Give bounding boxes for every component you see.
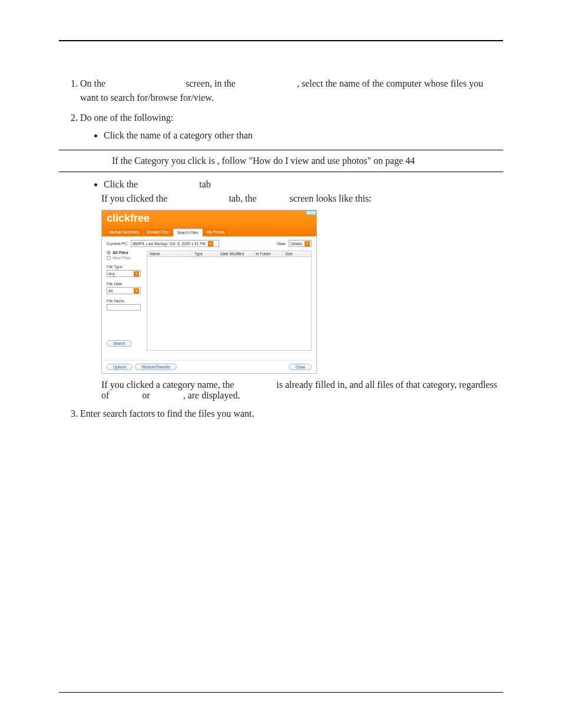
t: If you clicked the [101, 193, 167, 203]
results-header: Name Type Date Modified In Folder Size [147, 251, 311, 257]
app-body: Current PC: IBMP4, Last Backup: Oct. 8, … [102, 236, 316, 360]
restore-transfer-button[interactable]: Restore/Transfer [135, 364, 177, 370]
radio-new-label: New Files [113, 256, 131, 260]
blank: ______ [111, 390, 140, 400]
t: If you clicked a category name, the [101, 380, 234, 390]
instruction-list: On the ________________ screen, in the _… [59, 77, 503, 143]
view-value: Details [290, 242, 302, 246]
search-button[interactable]: Search [107, 340, 132, 347]
blank: ______ [259, 193, 287, 203]
file-date-select[interactable]: All ▾ [107, 287, 141, 294]
step2-intro: Do one of the following: [80, 113, 173, 123]
after-shot-text: If you clicked a category name, the ____… [101, 380, 503, 401]
blank: ____________ [170, 193, 226, 203]
t: Click the name of a category other than [104, 130, 253, 140]
app-header: clickfree Backup Summary Browse Files Se… [102, 210, 316, 236]
callout-text: If the Category you click is , follow "H… [112, 156, 415, 166]
radio-icon [107, 251, 111, 255]
col-folder[interactable]: In Folder [253, 251, 283, 256]
current-pc-select[interactable]: IBMP4, Last Backup: Oct. 8, 2009 1:41 PM… [131, 240, 219, 247]
file-date-value: All [108, 289, 131, 293]
t: screen, in the [186, 78, 236, 88]
step2-bullets-2: Click the ____________ tab [80, 179, 503, 190]
step-2: Do one of the following: Click the name … [80, 111, 503, 143]
tab-browse-files[interactable]: Browse Files [143, 229, 172, 236]
file-type-select[interactable]: Any ▾ [107, 270, 141, 277]
chevron-down-icon: ▾ [305, 241, 310, 246]
col-type[interactable]: Type [192, 251, 218, 256]
radio-new-files[interactable]: New Files [107, 256, 143, 260]
instruction-list-cont: Enter search factors to find the files y… [59, 407, 503, 421]
t: or [142, 390, 150, 400]
tab-search-files[interactable]: Search Files [173, 229, 203, 236]
window-controls[interactable] [306, 210, 316, 215]
radio-icon [107, 256, 111, 260]
col-size[interactable]: Size [283, 251, 311, 256]
topbar-row: Current PC: IBMP4, Last Backup: Oct. 8, … [107, 240, 312, 247]
tab-result-line: If you clicked the ____________ tab, the… [101, 193, 503, 204]
t: On the [80, 78, 105, 88]
t: screen looks like this: [290, 193, 372, 203]
col-name[interactable]: Name [147, 251, 192, 256]
bottom-rule [59, 692, 503, 693]
callout-box: If the Category you click is , follow "H… [59, 150, 503, 172]
blank: ________________ [108, 78, 183, 88]
t: tab [199, 179, 211, 189]
file-name-input[interactable] [107, 304, 141, 311]
radio-all-label: All Files [113, 251, 128, 255]
step3-text: Enter search factors to find the files y… [80, 409, 254, 419]
step-3: Enter search factors to find the files y… [80, 407, 503, 421]
options-button[interactable]: Options [107, 364, 133, 370]
tab-my-photos[interactable]: My Photos [203, 229, 229, 236]
file-name-label: File Name: [107, 299, 143, 303]
blank: ________ [236, 380, 274, 390]
app-tabbar: Backup Summary Browse Files Search Files… [105, 229, 228, 236]
step1-text: On the ________________ screen, in the _… [80, 78, 483, 103]
chevron-down-icon: ▾ [134, 271, 139, 276]
view-select[interactable]: Details ▾ [289, 240, 312, 247]
chevron-down-icon: ▾ [134, 288, 139, 294]
radio-all-files[interactable]: All Files [107, 251, 143, 255]
close-button[interactable]: Close [289, 364, 312, 370]
app-screenshot: clickfree Backup Summary Browse Files Se… [101, 210, 317, 374]
t: , are displayed. [183, 390, 240, 400]
tab-backup-summary[interactable]: Backup Summary [105, 229, 143, 236]
results-grid[interactable]: Name Type Date Modified In Folder Size [147, 251, 312, 351]
step2-bullets: Click the name of a category other than [80, 129, 503, 143]
app-logo: clickfree [107, 213, 312, 223]
blank: ____________ [140, 179, 197, 189]
file-type-value: Any [108, 272, 131, 276]
file-type-label: File Type: [107, 265, 143, 269]
current-pc-value: IBMP4, Last Backup: Oct. 8, 2009 1:41 PM [133, 242, 206, 246]
blank: ______ [153, 390, 181, 400]
col-date[interactable]: Date Modified [218, 251, 253, 256]
app-footer: Options Restore/Transfer Close [102, 360, 316, 373]
search-sidebar: All Files New Files File Type: Any ▾ Fil… [107, 251, 143, 347]
bullet-category: Click the name of a category other than [104, 129, 503, 143]
blank: ____________ [238, 78, 295, 88]
view-label: View: [276, 242, 286, 246]
bullet-tab: Click the ____________ tab [104, 179, 503, 190]
chevron-down-icon: ▾ [208, 241, 213, 246]
file-date-label: File Date: [107, 282, 143, 286]
top-rule [59, 40, 503, 41]
step-1: On the ________________ screen, in the _… [80, 77, 503, 105]
current-pc-label: Current PC: [107, 242, 128, 246]
t: Click the [104, 179, 138, 189]
t: tab, the [229, 193, 256, 203]
